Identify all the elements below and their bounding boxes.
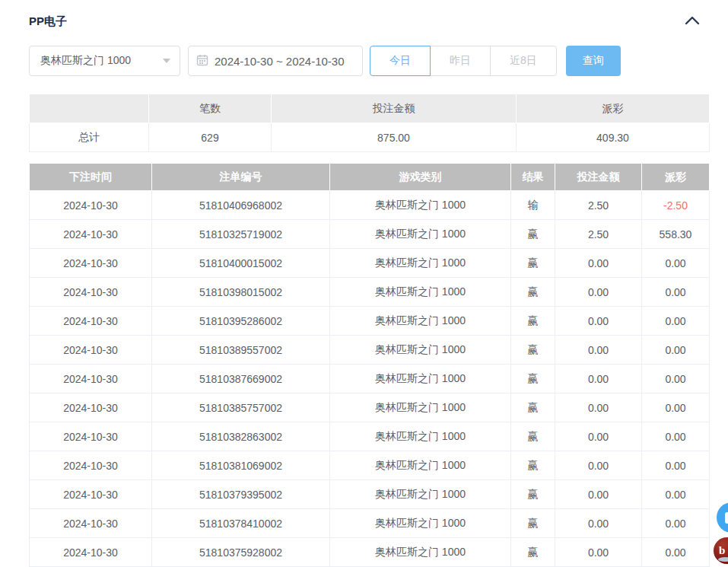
cell-amount: 0.00 [555,393,642,422]
chevron-down-icon [163,59,170,63]
table-row: 2024-10-3051810387669002奥林匹斯之门 1000赢0.00… [30,365,710,393]
date-range-input[interactable]: 2024-10-30 ~ 2024-10-30 [188,46,363,76]
cell-game: 奥林匹斯之门 1000 [330,191,511,220]
chevron-up-icon [685,16,700,27]
cell-result: 赢 [511,220,555,249]
cell-result: 赢 [511,336,555,365]
collapse-button[interactable] [685,16,700,27]
detail-header-time: 下注时间 [30,164,152,191]
cell-game: 奥林匹斯之门 1000 [330,278,511,307]
summary-header-bet-amount: 投注金额 [272,94,517,123]
table-row: 2024-10-3051810379395002奥林匹斯之门 1000赢0.00… [30,480,710,509]
table-row: 2024-10-3051810325719002奥林匹斯之门 1000赢2.50… [30,220,710,249]
cell-bet-no: 51810387669002 [152,365,330,393]
detail-header-row: 下注时间 注单编号 游戏类别 结果 投注金额 派彩 [30,164,710,191]
cell-time: 2024-10-30 [30,509,152,538]
table-row: 2024-10-3051810406968002奥林匹斯之门 1000输2.50… [30,191,710,220]
today-button[interactable]: 今日 [370,46,431,76]
query-button[interactable]: 查询 [566,46,621,76]
cell-amount: 0.00 [555,509,642,538]
table-row: 2024-10-3051810398015002奥林匹斯之门 1000赢0.00… [30,278,710,307]
table-row: 2024-10-3051810375928002奥林匹斯之门 1000赢0.00… [30,538,710,567]
detail-header-amount: 投注金额 [555,164,642,191]
summary-header-blank [30,94,149,123]
date-range-value: 2024-10-30 ~ 2024-10-30 [215,55,345,68]
detail-header-result: 结果 [511,164,555,191]
filter-toolbar: 奥林匹斯之门 1000 2024-10-30 ~ 2024-10-30 [29,46,709,76]
cell-result: 赢 [511,393,555,422]
detail-header-game: 游戏类别 [330,164,511,191]
cell-payout: 0.00 [642,336,710,365]
cell-game: 奥林匹斯之门 1000 [330,509,511,538]
cell-amount: 0.00 [555,480,642,509]
cell-bet-no: 51810375928002 [152,538,330,567]
cell-amount: 2.50 [555,220,642,249]
cell-result: 赢 [511,422,555,451]
summary-total-label: 总计 [30,123,149,152]
cell-result: 输 [511,191,555,220]
cell-payout: 0.00 [642,451,710,480]
cell-time: 2024-10-30 [30,480,152,509]
cell-payout: 0.00 [642,480,710,509]
cell-payout: 0.00 [642,278,710,307]
cell-payout: 0.00 [642,422,710,451]
cell-game: 奥林匹斯之门 1000 [330,336,511,365]
panel-header: PP电子 [29,0,709,30]
detail-header-bet-no: 注单编号 [152,164,330,191]
cell-game: 奥林匹斯之门 1000 [330,538,511,567]
cell-bet-no: 51810398015002 [152,278,330,307]
summary-header-row: 笔数 投注金额 派彩 [30,94,710,123]
cell-amount: 0.00 [555,307,642,336]
cell-game: 奥林匹斯之门 1000 [330,249,511,278]
cell-payout: 0.00 [642,249,710,278]
table-row: 2024-10-3051810378410002奥林匹斯之门 1000赢0.00… [30,509,710,538]
cell-payout: 0.00 [642,307,710,336]
brand-logo-letter: b [719,544,725,557]
summary-total-row: 总计 629 875.00 409.30 [30,123,710,152]
cell-bet-no: 51810400015002 [152,249,330,278]
cell-payout: -2.50 [642,191,710,220]
cell-amount: 0.00 [555,249,642,278]
table-row: 2024-10-3051810385757002奥林匹斯之门 1000赢0.00… [30,393,710,422]
chat-bubble-icon [725,512,728,524]
cell-time: 2024-10-30 [30,307,152,336]
cell-amount: 2.50 [555,191,642,220]
cell-time: 2024-10-30 [30,393,152,422]
yesterday-button[interactable]: 昨日 [430,46,491,76]
cell-game: 奥林匹斯之门 1000 [330,307,511,336]
cell-time: 2024-10-30 [30,451,152,480]
cell-amount: 0.00 [555,422,642,451]
cell-bet-no: 51810381069002 [152,451,330,480]
game-select-value: 奥林匹斯之门 1000 [40,54,131,68]
cell-game: 奥林匹斯之门 1000 [330,480,511,509]
cell-result: 赢 [511,249,555,278]
game-select[interactable]: 奥林匹斯之门 1000 [29,46,180,76]
cell-bet-no: 51810406968002 [152,191,330,220]
cell-result: 赢 [511,365,555,393]
record-panel: PP电子 奥林匹斯之门 1000 [0,0,728,567]
table-row: 2024-10-3051810389557002奥林匹斯之门 1000赢0.00… [30,336,710,365]
cell-bet-no: 51810379395002 [152,480,330,509]
page-title: PP电子 [29,14,67,29]
cell-result: 赢 [511,509,555,538]
cell-game: 奥林匹斯之门 1000 [330,451,511,480]
cell-bet-no: 51810325719002 [152,220,330,249]
cell-time: 2024-10-30 [30,278,152,307]
detail-table-body: 2024-10-3051810406968002奥林匹斯之门 1000输2.50… [30,191,710,567]
table-row: 2024-10-3051810395286002奥林匹斯之门 1000赢0.00… [30,307,710,336]
cell-time: 2024-10-30 [30,249,152,278]
quick-range-group: 今日 昨日 近8日 [370,46,557,76]
cell-time: 2024-10-30 [30,538,152,567]
cell-result: 赢 [511,278,555,307]
cell-bet-no: 51810378410002 [152,509,330,538]
last-8-days-button[interactable]: 近8日 [490,46,557,76]
cell-bet-no: 51810395286002 [152,307,330,336]
cell-time: 2024-10-30 [30,422,152,451]
cell-game: 奥林匹斯之门 1000 [330,365,511,393]
detail-header-payout: 派彩 [642,164,710,191]
cell-result: 赢 [511,307,555,336]
cell-time: 2024-10-30 [30,365,152,393]
summary-total-bet-amount: 875.00 [272,123,517,152]
cell-game: 奥林匹斯之门 1000 [330,220,511,249]
cell-amount: 0.00 [555,365,642,393]
